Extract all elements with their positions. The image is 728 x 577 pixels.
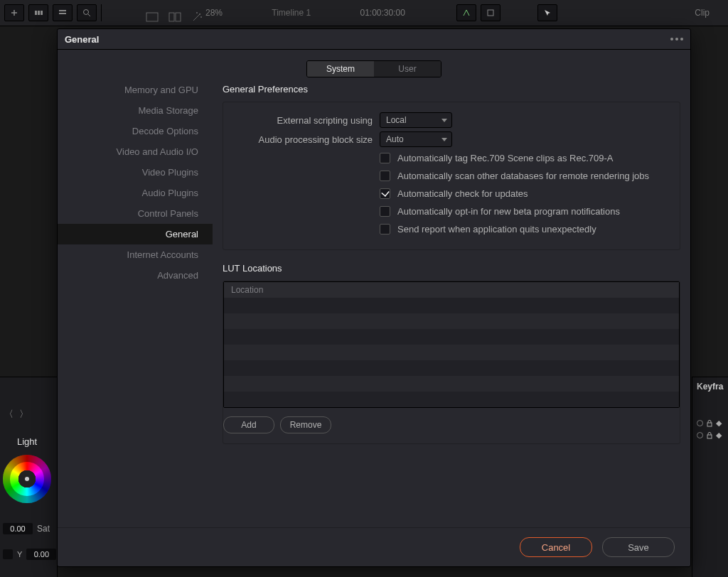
section-title-lut: LUT Locations (223, 263, 680, 281)
sidebar-item-decode-options[interactable]: Decode Options (58, 121, 213, 141)
checkbox-updates[interactable] (380, 188, 390, 199)
svg-rect-1 (38, 11, 40, 15)
zoom-readout[interactable]: 28% (205, 8, 223, 18)
color-wheel-light[interactable] (3, 455, 51, 503)
svg-point-11 (196, 12, 198, 14)
cursor-tool[interactable] (537, 4, 557, 21)
wheel-label: Light (17, 436, 37, 447)
lut-table-row[interactable] (224, 360, 679, 376)
checkbox-label: Automatically check for updates (397, 188, 528, 199)
svg-rect-6 (488, 10, 493, 16)
svg-rect-3 (59, 10, 66, 11)
sidebar-item-audio-plugins[interactable]: Audio Plugins (58, 183, 213, 203)
sidebar-item-memory-gpu[interactable]: Memory and GPU (58, 80, 213, 100)
viewer-single-icon[interactable] (146, 12, 159, 22)
checkbox-crash-report[interactable] (380, 224, 390, 234)
lut-table-row[interactable] (224, 329, 679, 345)
lut-remove-button[interactable]: Remove (280, 416, 331, 433)
keyframe-track-row[interactable]: ◆ (692, 417, 728, 429)
svg-point-10 (199, 14, 200, 15)
tool-button[interactable] (4, 4, 24, 21)
chevron-down-icon (441, 138, 447, 141)
lut-table-row[interactable] (224, 298, 679, 313)
chevron-down-icon (441, 119, 447, 122)
tool-button[interactable] (53, 4, 73, 21)
svg-point-5 (84, 10, 89, 15)
next-icon[interactable]: 〉 (19, 408, 28, 421)
svg-rect-0 (35, 11, 37, 15)
timeline-name: Timeline 1 (227, 8, 355, 18)
lut-table-row[interactable] (224, 345, 679, 360)
sidebar-item-internet-accounts[interactable]: Internet Accounts (58, 244, 213, 265)
svg-rect-13 (707, 423, 712, 426)
app-top-bar: 28% Timeline 1 01:00:30:00 Clip (0, 0, 728, 26)
keyframe-track-row[interactable]: ◆ (692, 429, 728, 441)
checkbox-label: Automatically opt-in for new beta progra… (397, 206, 620, 217)
save-button[interactable]: Save (602, 537, 675, 557)
prefs-sidebar: Memory and GPU Media Storage Decode Opti… (58, 50, 213, 527)
checkbox-beta[interactable] (380, 206, 390, 217)
lut-locations-table: Location (223, 281, 680, 408)
keyframes-title: Keyfra (692, 377, 728, 396)
lut-add-button[interactable]: Add (223, 416, 274, 433)
lut-table-row[interactable] (224, 313, 679, 329)
checkbox-label: Automatically scan other databases for r… (397, 171, 649, 181)
tool-button[interactable] (481, 4, 500, 21)
keyframe-dot-icon (697, 432, 703, 438)
checkbox-label: Automatically tag Rec.709 Scene clips as… (397, 153, 614, 163)
svg-rect-4 (59, 13, 66, 14)
wheel-value[interactable]: 0.00 (3, 523, 33, 534)
tool-button[interactable] (28, 4, 48, 21)
check-row-updates: Automatically check for updates (235, 185, 668, 203)
sidebar-item-video-plugins[interactable]: Video Plugins (58, 162, 213, 183)
tab-user[interactable]: User (374, 61, 441, 77)
svg-rect-9 (176, 13, 181, 21)
checkbox-rec709[interactable] (380, 153, 390, 163)
check-row-beta: Automatically opt-in for new beta progra… (235, 203, 668, 220)
xy-readout: Y 0.00 (3, 549, 56, 560)
lock-icon (706, 420, 713, 427)
tool-button[interactable] (456, 4, 476, 21)
y-value[interactable]: 0.00 (26, 549, 56, 560)
checkbox-label: Send report when application quits unexp… (397, 224, 596, 234)
more-options-icon[interactable] (670, 38, 683, 41)
mode-label[interactable]: Clip (695, 8, 710, 18)
sidebar-item-general[interactable]: General (58, 224, 213, 244)
svg-rect-14 (707, 435, 712, 438)
keyframes-panel: Keyfra ◆ ◆ (692, 377, 728, 577)
sidebar-item-video-audio-io[interactable]: Video and Audio I/O (58, 141, 213, 162)
section-title-general-prefs: General Preferences (223, 84, 680, 102)
prefs-content: General Preferences External scripting u… (213, 50, 690, 527)
lut-table-row[interactable] (224, 392, 679, 407)
tab-system[interactable]: System (307, 61, 374, 77)
tool-button[interactable] (77, 4, 97, 21)
dialog-title: General (65, 34, 99, 45)
section-general-prefs: External scripting using Local Audio pro… (223, 102, 680, 250)
dropdown-scripting[interactable]: Local (380, 112, 452, 128)
dropdown-value: Local (386, 115, 407, 125)
diamond-icon: ◆ (716, 431, 722, 440)
timecode-readout[interactable]: 01:00:30:00 (360, 8, 405, 18)
check-row-remote-render: Automatically scan other databases for r… (235, 167, 668, 185)
svg-rect-7 (146, 13, 158, 21)
lut-table-header: Location (224, 282, 679, 298)
sidebar-item-advanced[interactable]: Advanced (58, 265, 213, 286)
check-row-crash-report: Send report when application quits unexp… (235, 220, 668, 238)
prefs-tab-strip: System User (306, 60, 441, 77)
lut-table-row[interactable] (224, 376, 679, 392)
label-scripting: External scripting using (235, 115, 380, 126)
viewer-mode-icons (146, 10, 203, 24)
prev-icon[interactable]: 〈 (4, 408, 14, 421)
cancel-button[interactable]: Cancel (520, 537, 592, 557)
viewer-dual-icon[interactable] (168, 12, 181, 22)
svg-point-12 (200, 16, 202, 18)
sidebar-item-control-panels[interactable]: Control Panels (58, 203, 213, 224)
sidebar-item-media-storage[interactable]: Media Storage (58, 100, 213, 121)
checkbox-remote-render[interactable] (380, 171, 390, 181)
magic-wand-icon[interactable] (191, 11, 203, 23)
dropdown-audio-block[interactable]: Auto (380, 131, 452, 147)
dialog-titlebar: General (58, 29, 690, 50)
dropdown-value: Auto (386, 134, 404, 144)
y-label: Y (17, 550, 22, 559)
section-lut: Location Add Remove (223, 281, 680, 444)
